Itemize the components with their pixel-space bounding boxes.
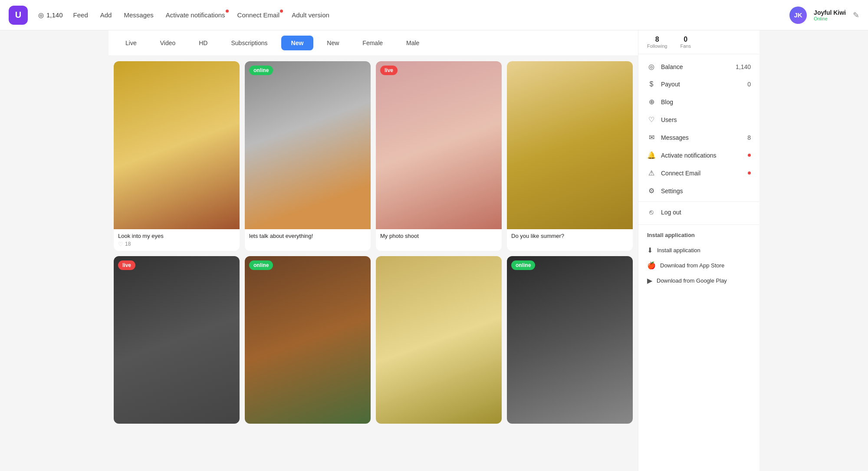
sidebar: 8 Following 0 Fans ◎Balance1,140$Payout0… — [638, 30, 760, 471]
nav-item-messages[interactable]: Messages — [124, 11, 153, 19]
card-badge: live — [118, 260, 135, 270]
sidebar-menu: ◎Balance1,140$Payout0⊕Blog♡Users✉Message… — [638, 54, 760, 224]
balance-display: ◎ 1,140 — [38, 11, 63, 19]
install-label-google-play: Download from Google Play — [657, 277, 727, 284]
menu-label-logout: Log out — [661, 209, 751, 216]
card-image — [245, 61, 371, 229]
card-likes: ♡18 — [118, 241, 235, 247]
menu-label-balance: Balance — [661, 63, 730, 70]
menu-item-messages[interactable]: ✉Messages8 — [638, 128, 760, 146]
tab-hd[interactable]: HD — [189, 36, 217, 50]
heart-icon: ♡ — [118, 241, 123, 247]
notification-dot-activate-notifications — [748, 154, 751, 157]
content-area: LiveVideoHDSubscriptionsNewNewFemaleMale… — [108, 30, 638, 471]
card-image — [507, 256, 633, 424]
menu-label-messages: Messages — [661, 134, 742, 141]
menu-icon-logout: ⎋ — [647, 208, 656, 216]
menu-item-balance[interactable]: ◎Balance1,140 — [638, 58, 760, 76]
card-card-6[interactable]: online — [245, 256, 371, 424]
install-item-google-play[interactable]: ▶Download from Google Play — [647, 273, 751, 288]
card-info: Do you like summer? — [507, 229, 633, 243]
user-status: Online — [814, 16, 846, 21]
menu-item-users[interactable]: ♡Users — [638, 111, 760, 128]
tab-female[interactable]: Female — [352, 36, 393, 50]
fans-label: Fans — [680, 43, 690, 49]
nav-item-connect-email[interactable]: Connect Email — [237, 11, 280, 19]
menu-icon-balance: ◎ — [647, 63, 656, 71]
header-right: JK Joyful Kiwi Online ✎ — [789, 7, 859, 24]
menu-label-settings: Settings — [661, 188, 751, 194]
menu-icon-connect-email: ⚠ — [647, 169, 656, 177]
avatar: JK — [789, 7, 807, 24]
card-title: Look into my eyes — [118, 233, 235, 239]
menu-count-payout: 0 — [747, 81, 751, 88]
install-item-app-store[interactable]: 🍎Download from App Store — [647, 258, 751, 273]
nav-item-feed[interactable]: Feed — [73, 11, 88, 19]
menu-label-connect-email: Connect Email — [661, 170, 743, 177]
install-item-install-app[interactable]: ⬇Install application — [647, 243, 751, 258]
logo[interactable]: U — [9, 6, 28, 25]
main-layout: LiveVideoHDSubscriptionsNewNewFemaleMale… — [108, 30, 760, 471]
edit-profile-icon[interactable]: ✎ — [853, 10, 859, 20]
menu-item-connect-email[interactable]: ⚠Connect Email — [638, 164, 760, 182]
menu-icon-messages: ✉ — [647, 133, 656, 142]
card-card-1[interactable]: Look into my eyes♡18 — [114, 61, 240, 251]
nav-item-activate-notifications[interactable]: Activate notifications — [166, 11, 225, 19]
card-info: Look into my eyes♡18 — [114, 229, 240, 251]
header-nav: FeedAddMessagesActivate notificationsCon… — [73, 11, 779, 19]
user-info: Joyful Kiwi Online — [814, 9, 846, 21]
menu-item-blog[interactable]: ⊕Blog — [638, 93, 760, 111]
nav-item-add[interactable]: Add — [100, 11, 112, 19]
menu-label-activate-notifications: Activate notifications — [661, 152, 743, 159]
stat-following: 8 Following — [647, 36, 667, 49]
sidebar-install: Install application ⬇Install application… — [638, 224, 760, 295]
card-image — [376, 61, 502, 229]
balance-value: 1,140 — [46, 11, 63, 19]
card-card-2[interactable]: onlinelets talk about everything! — [245, 61, 371, 251]
logo-symbol: U — [15, 10, 21, 20]
menu-icon-payout: $ — [647, 80, 656, 88]
nav-item-adult-version[interactable]: Adult version — [292, 11, 329, 19]
install-title: Install application — [647, 232, 751, 238]
tab-subscriptions[interactable]: Subscriptions — [221, 36, 277, 50]
card-card-8[interactable]: online — [507, 256, 633, 424]
card-image — [507, 61, 633, 229]
card-image — [245, 256, 371, 424]
card-badge: online — [249, 66, 273, 75]
stat-fans: 0 Fans — [680, 36, 690, 49]
menu-label-blog: Blog — [661, 99, 751, 105]
card-card-5[interactable]: live — [114, 256, 240, 424]
following-label: Following — [647, 43, 667, 49]
tab-video[interactable]: Video — [150, 36, 186, 50]
tab-new-2[interactable]: New — [317, 36, 349, 50]
card-card-4[interactable]: Do you like summer? — [507, 61, 633, 251]
tab-live[interactable]: Live — [115, 36, 147, 50]
sidebar-stats: 8 Following 0 Fans — [638, 30, 760, 54]
content-grid: Look into my eyes♡18onlinelets talk abou… — [108, 56, 638, 429]
tab-male[interactable]: Male — [396, 36, 429, 50]
menu-item-settings[interactable]: ⚙Settings — [638, 182, 760, 200]
likes-count: 18 — [125, 241, 131, 247]
install-icon-install-app: ⬇ — [647, 246, 653, 254]
card-image — [114, 61, 240, 229]
card-image — [114, 256, 240, 424]
menu-item-payout[interactable]: $Payout0 — [638, 76, 760, 93]
tab-new-active[interactable]: New — [281, 36, 314, 50]
menu-icon-activate-notifications: 🔔 — [647, 151, 656, 159]
menu-count-balance: 1,140 — [736, 63, 751, 70]
install-label-app-store: Download from App Store — [660, 262, 724, 269]
install-icon-google-play: ▶ — [647, 277, 652, 285]
card-info: My photo shoot — [376, 229, 502, 243]
card-badge: live — [380, 66, 398, 75]
card-badge: online — [249, 260, 273, 270]
menu-label-users: Users — [661, 116, 751, 123]
card-info: lets talk about everything! — [245, 229, 371, 243]
install-icon-app-store: 🍎 — [647, 261, 656, 270]
notification-dot-connect-email — [748, 171, 751, 175]
card-card-7[interactable] — [376, 256, 502, 424]
card-card-3[interactable]: liveMy photo shoot — [376, 61, 502, 251]
menu-item-activate-notifications[interactable]: 🔔Activate notifications — [638, 146, 760, 164]
menu-item-logout[interactable]: ⎋Log out — [638, 204, 760, 221]
category-tabs: LiveVideoHDSubscriptionsNewNewFemaleMale — [108, 30, 638, 56]
card-title: Do you like summer? — [511, 233, 628, 239]
